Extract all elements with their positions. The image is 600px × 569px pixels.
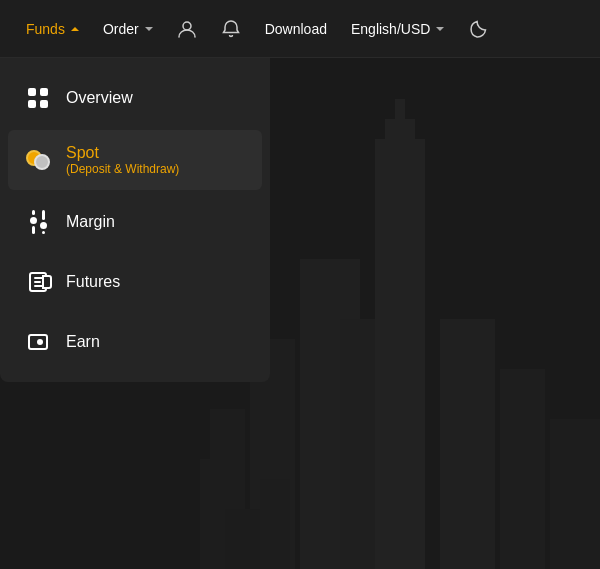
menu-item-futures[interactable]: Futures bbox=[0, 252, 270, 312]
navbar: Funds Order Download English/USD bbox=[0, 0, 600, 58]
nav-label-lang: English/USD bbox=[351, 21, 430, 37]
chevron-down-lang-icon bbox=[436, 27, 444, 31]
nav-label-funds: Funds bbox=[26, 21, 65, 37]
dropdown-menu: Overview Spot (Deposit & Withdraw) bbox=[0, 58, 270, 382]
moon-icon bbox=[468, 19, 488, 39]
svg-rect-13 bbox=[260, 479, 290, 569]
earn-icon bbox=[24, 328, 52, 356]
margin-icon bbox=[24, 208, 52, 236]
svg-rect-10 bbox=[550, 419, 600, 569]
earn-label: Earn bbox=[66, 333, 100, 351]
nav-item-order[interactable]: Order bbox=[93, 13, 163, 45]
svg-rect-1 bbox=[375, 139, 425, 569]
nav-item-profile[interactable] bbox=[167, 11, 207, 47]
nav-label-download: Download bbox=[265, 21, 327, 37]
overview-icon bbox=[24, 84, 52, 112]
futures-label: Futures bbox=[66, 273, 120, 291]
bell-icon bbox=[221, 19, 241, 39]
menu-item-earn[interactable]: Earn bbox=[0, 312, 270, 372]
chevron-up-icon bbox=[71, 27, 79, 31]
menu-item-margin[interactable]: Margin bbox=[0, 192, 270, 252]
nav-item-theme[interactable] bbox=[458, 11, 498, 47]
svg-rect-3 bbox=[395, 99, 405, 129]
svg-rect-12 bbox=[225, 509, 265, 569]
futures-icon bbox=[24, 268, 52, 296]
nav-item-funds[interactable]: Funds bbox=[16, 13, 89, 45]
overview-label: Overview bbox=[66, 89, 133, 107]
svg-rect-8 bbox=[440, 319, 495, 569]
svg-rect-9 bbox=[500, 369, 545, 569]
spot-sublabel: (Deposit & Withdraw) bbox=[66, 162, 179, 176]
menu-item-overview[interactable]: Overview bbox=[0, 68, 270, 128]
spot-icon bbox=[24, 146, 52, 174]
margin-label: Margin bbox=[66, 213, 115, 231]
nav-item-download[interactable]: Download bbox=[255, 13, 337, 45]
menu-item-spot[interactable]: Spot (Deposit & Withdraw) bbox=[8, 130, 262, 190]
chevron-down-icon bbox=[145, 27, 153, 31]
nav-item-lang[interactable]: English/USD bbox=[341, 13, 454, 45]
nav-item-bell[interactable] bbox=[211, 11, 251, 47]
spot-label: Spot bbox=[66, 144, 179, 162]
svg-point-0 bbox=[183, 22, 191, 30]
svg-rect-7 bbox=[340, 319, 375, 569]
nav-label-order: Order bbox=[103, 21, 139, 37]
user-icon bbox=[177, 19, 197, 39]
